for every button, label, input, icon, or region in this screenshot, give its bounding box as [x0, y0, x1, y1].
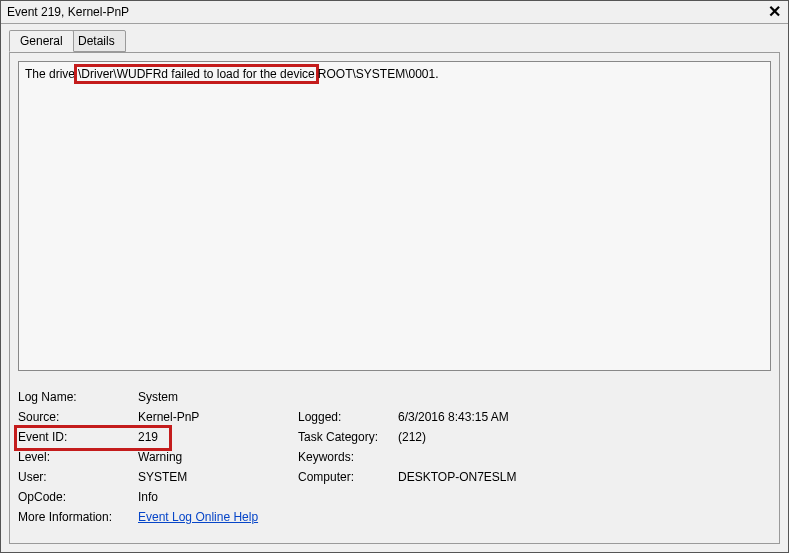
- msg-highlight: \Driver\WUDFRd failed to load for the de…: [74, 64, 319, 84]
- value-computer: DESKTOP-ON7ESLM: [398, 470, 598, 484]
- value-log-name: System: [138, 390, 298, 404]
- titlebar: Event 219, Kernel-PnP ✕: [1, 1, 788, 24]
- value-logged: 6/3/2016 8:43:15 AM: [398, 410, 598, 424]
- value-task-category: (212): [398, 430, 598, 444]
- event-message: The drive \Driver\WUDFRd failed to load …: [25, 66, 764, 82]
- msg-prefix: The drive: [25, 67, 75, 81]
- tabpanel-general: The drive \Driver\WUDFRd failed to load …: [9, 52, 780, 544]
- value-source: Kernel-PnP: [138, 410, 298, 424]
- row-more-info: More Information: Event Log Online Help: [18, 507, 771, 527]
- value-user: SYSTEM: [138, 470, 298, 484]
- link-event-log-online-help[interactable]: Event Log Online Help: [138, 510, 258, 524]
- row-opcode: OpCode: Info: [18, 487, 771, 507]
- row-source-logged: Source: Kernel-PnP Logged: 6/3/2016 8:43…: [18, 407, 771, 427]
- value-event-id: 219: [138, 430, 298, 444]
- event-properties-window: Event 219, Kernel-PnP ✕ General Details …: [0, 0, 789, 553]
- row-user-computer: User: SYSTEM Computer: DESKTOP-ON7ESLM: [18, 467, 771, 487]
- event-details: Log Name: System Source: Kernel-PnP Logg…: [18, 387, 771, 527]
- label-source: Source:: [18, 410, 138, 424]
- event-message-box[interactable]: The drive \Driver\WUDFRd failed to load …: [18, 61, 771, 371]
- msg-suffix: ROOT\SYSTEM\0001.: [318, 67, 439, 81]
- value-level: Warning: [138, 450, 298, 464]
- label-log-name: Log Name:: [18, 390, 138, 404]
- row-eventid-taskcat: Event ID: 219 Task Category: (212): [18, 427, 771, 447]
- row-level-keywords: Level: Warning Keywords:: [18, 447, 771, 467]
- close-icon[interactable]: ✕: [766, 5, 782, 19]
- label-task-category: Task Category:: [298, 430, 398, 444]
- label-computer: Computer:: [298, 470, 398, 484]
- label-more-info: More Information:: [18, 510, 138, 524]
- value-opcode: Info: [138, 490, 298, 504]
- window-title: Event 219, Kernel-PnP: [7, 5, 766, 19]
- label-opcode: OpCode:: [18, 490, 138, 504]
- tabstrip: General Details: [9, 30, 780, 52]
- tab-details[interactable]: Details: [67, 30, 126, 52]
- label-level: Level:: [18, 450, 138, 464]
- label-keywords: Keywords:: [298, 450, 398, 464]
- row-log-name: Log Name: System: [18, 387, 771, 407]
- tab-general[interactable]: General: [9, 30, 74, 52]
- label-user: User:: [18, 470, 138, 484]
- label-logged: Logged:: [298, 410, 398, 424]
- label-event-id: Event ID:: [18, 430, 138, 444]
